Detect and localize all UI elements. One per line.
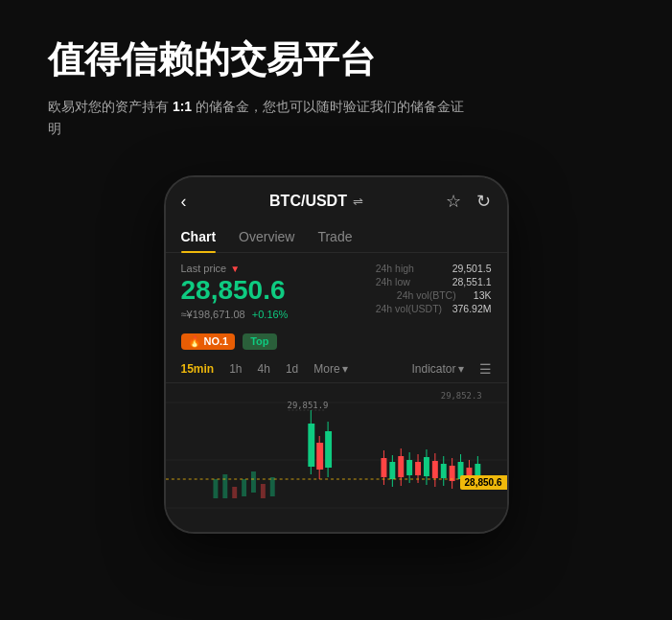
stat-vol-usdt: 24h vol(USDT) 376.92M (376, 303, 492, 314)
price-left: Last price ▼ 28,850.6 ≈¥198,671.08 +0.16… (181, 263, 289, 320)
tab-bar: Chart Overview Trade (166, 221, 507, 253)
svg-rect-44 (440, 464, 446, 478)
svg-text:29,851.9: 29,851.9 (287, 401, 328, 410)
price-right: 24h high 29,501.5 24h low 28,551.1 24h v… (376, 263, 492, 320)
svg-rect-38 (423, 457, 429, 476)
svg-rect-6 (232, 487, 237, 498)
timeframe-15min[interactable]: 15min (181, 362, 215, 376)
swap-icon[interactable]: ⇌ (353, 195, 363, 209)
pair-name: BTC/USDT (269, 193, 347, 210)
header-icons: ☆ ↻ (446, 191, 491, 212)
phone-header: ‹ BTC/USDT ⇌ ☆ ↻ (166, 177, 507, 221)
svg-rect-10 (269, 477, 274, 496)
svg-rect-9 (260, 484, 265, 498)
badge-top: Top (243, 333, 276, 350)
svg-rect-8 (251, 471, 256, 493)
main-price: 28,850.6 (181, 276, 289, 306)
star-icon[interactable]: ☆ (446, 191, 461, 212)
timeframe-1d[interactable]: 1d (286, 362, 298, 376)
high-value: 29,501.5 (452, 263, 492, 274)
vol-usdt-value: 376.92M (452, 303, 492, 314)
indicator-button[interactable]: Indicator ▾ (411, 362, 463, 376)
phone-mockup: ‹ BTC/USDT ⇌ ☆ ↻ Chart Overview Trade (164, 175, 509, 534)
tab-chart[interactable]: Chart (181, 221, 217, 252)
price-area: Last price ▼ 28,850.6 ≈¥198,671.08 +0.16… (166, 253, 507, 328)
svg-rect-4 (213, 479, 218, 498)
vol-usdt-label: 24h vol(USDT) (376, 303, 445, 314)
headline: 值得信赖的交易平台 (48, 38, 624, 82)
page-wrapper: 值得信赖的交易平台 欧易对您的资产持有 1:1 的储备金，您也可以随时验证我们的… (0, 0, 672, 572)
svg-rect-5 (222, 474, 227, 498)
refresh-icon[interactable]: ↻ (476, 191, 491, 212)
approx-value: ≈¥198,671.08 (181, 309, 245, 320)
badges: 🔥 NO.1 Top (166, 328, 507, 356)
svg-rect-32 (406, 460, 412, 475)
svg-rect-41 (431, 461, 437, 478)
time-bar: 15min 1h 4h 1d More ▾ Indicator ▾ ☰ (166, 356, 507, 383)
low-value: 28,551.1 (452, 276, 492, 287)
tab-trade[interactable]: Trade (317, 221, 352, 252)
stat-high: 24h high 29,501.5 (376, 263, 492, 274)
svg-rect-23 (381, 458, 386, 477)
tab-overview[interactable]: Overview (239, 221, 294, 252)
fire-icon: 🔥 (188, 335, 201, 348)
phone-inner: ‹ BTC/USDT ⇌ ☆ ↻ Chart Overview Trade (166, 177, 507, 532)
timeframe-1h[interactable]: 1h (229, 362, 242, 376)
subtitle: 欧易对您的资产持有 1:1 的储备金，您也可以随时验证我们的储备金证明 (48, 96, 470, 142)
svg-rect-18 (325, 431, 332, 468)
high-label: 24h high (376, 263, 445, 274)
stat-low: 24h low 28,551.1 (376, 276, 492, 287)
last-price-label: Last price ▼ (181, 263, 289, 274)
timeframe-4h[interactable]: 4h (258, 362, 270, 376)
svg-rect-7 (242, 479, 246, 496)
chart-settings-icon[interactable]: ☰ (479, 361, 492, 377)
candlestick-chart: 29,852.3 (166, 383, 507, 532)
vol-btc-value: 13K (474, 289, 492, 301)
approx-price: ≈¥198,671.08 +0.16% (181, 309, 289, 320)
chevron-down-icon-2: ▾ (458, 362, 464, 376)
timeframe-more[interactable]: More ▾ (313, 362, 347, 376)
chart-area: 29,852.3 (166, 383, 507, 532)
badge-no1: 🔥 NO.1 (181, 333, 236, 350)
price-arrow-icon: ▼ (230, 264, 240, 274)
svg-rect-12 (308, 424, 314, 467)
pair-title: BTC/USDT ⇌ (269, 193, 363, 210)
svg-rect-29 (398, 456, 404, 477)
stat-vol-btc: 24h vol(BTC) 13K (397, 289, 492, 301)
vol-btc-label: 24h vol(BTC) (397, 289, 466, 301)
svg-rect-26 (389, 462, 395, 479)
svg-rect-15 (316, 443, 323, 470)
subtitle-part1: 欧易对您的资产持有 (48, 99, 173, 114)
price-change: +0.16% (252, 309, 289, 320)
svg-rect-35 (415, 462, 421, 475)
subtitle-ratio: 1:1 (173, 99, 192, 114)
current-price-badge: 28,850.6 (460, 475, 507, 490)
low-label: 24h low (376, 276, 445, 287)
chevron-down-icon: ▾ (342, 362, 348, 376)
svg-text:29,852.3: 29,852.3 (440, 391, 481, 401)
phone-container: ‹ BTC/USDT ⇌ ☆ ↻ Chart Overview Trade (48, 175, 624, 534)
no1-label: NO.1 (204, 335, 229, 347)
back-button[interactable]: ‹ (181, 192, 187, 212)
